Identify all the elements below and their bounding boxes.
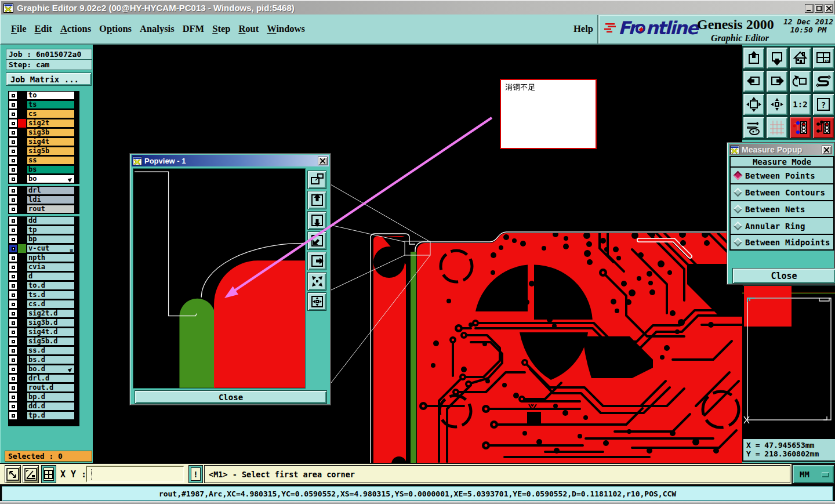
layer-color-swatch[interactable] [18, 147, 26, 155]
measure-option-between-midpoints[interactable]: Between Midpoints [729, 234, 834, 251]
layer-name[interactable]: drl [27, 186, 75, 195]
popview-canvas[interactable] [133, 168, 306, 389]
layer-color-swatch[interactable] [18, 137, 26, 146]
layer-checkbox-ss.d[interactable] [9, 347, 17, 354]
layer-color-swatch[interactable] [18, 393, 26, 401]
menu-options[interactable]: Options [95, 23, 136, 35]
resize-mode-button[interactable] [5, 465, 21, 483]
menu-dfm[interactable]: DFM [179, 23, 209, 35]
toolbar-button-clipboard-up[interactable] [743, 47, 765, 69]
toolbar-button-window-left[interactable] [743, 70, 765, 92]
layer-name[interactable]: bo [27, 175, 75, 183]
layer-checkbox-tp.d[interactable] [9, 412, 17, 419]
layer-color-swatch[interactable] [18, 383, 26, 392]
layer-checkbox-cs[interactable] [9, 110, 17, 118]
layer-name[interactable]: sig4t.d [27, 328, 75, 336]
layer-checkbox-rout[interactable] [9, 205, 17, 213]
layer-color-swatch[interactable] [18, 272, 26, 281]
layer-name[interactable]: to [27, 91, 75, 100]
menu-analysis[interactable]: Analysis [136, 23, 179, 35]
layer-color-swatch[interactable] [18, 263, 26, 271]
layer-checkbox-tp[interactable] [9, 226, 17, 234]
layer-checkbox-npth[interactable] [9, 254, 17, 262]
layer-color-swatch[interactable] [18, 205, 26, 213]
popview-close-bar[interactable]: Close [135, 390, 327, 404]
toolbar-button-query[interactable]: ? [812, 93, 834, 115]
layer-checkbox-bs.d[interactable] [9, 356, 17, 364]
layer-color-swatch[interactable] [18, 309, 26, 318]
layer-checkbox-bp[interactable] [9, 235, 17, 243]
layer-checkbox-ts.d[interactable] [9, 291, 17, 299]
layer-checkbox-sig2t[interactable] [9, 119, 17, 127]
layer-checkbox-to.d[interactable] [9, 282, 17, 289]
toolbar-button-net-vias-black[interactable] [812, 117, 834, 139]
layer-color-swatch[interactable] [18, 253, 26, 262]
layer-name[interactable]: sig5b.d [27, 337, 75, 346]
layer-checkbox-bs[interactable] [9, 166, 17, 173]
toolbar-button-net-vias-blue[interactable] [789, 117, 811, 139]
layer-color-swatch[interactable] [18, 291, 26, 299]
layer-checkbox-v-cut[interactable] [9, 245, 17, 252]
measure-option-between-nets[interactable]: Between Nets [729, 200, 834, 217]
layer-name[interactable]: ldi [27, 195, 75, 204]
layer-name[interactable]: tp.d [27, 411, 75, 420]
layer-name[interactable]: ts.d [27, 291, 75, 299]
grid-window-button[interactable] [41, 465, 56, 483]
toolbar-button-prev-view[interactable] [789, 70, 811, 92]
layer-name[interactable]: sig5b [27, 147, 75, 155]
layer-checkbox-bo.d[interactable] [9, 365, 17, 373]
layer-name[interactable]: bp.d [27, 393, 75, 401]
layer-color-swatch[interactable] [18, 226, 26, 234]
minimize-button[interactable] [805, 4, 814, 13]
layer-name[interactable]: cs.d [27, 300, 75, 309]
layer-checkbox-drl.d[interactable] [9, 375, 17, 382]
layer-checkbox-sig3b[interactable] [9, 129, 17, 136]
layer-name[interactable]: bs.d [27, 356, 75, 364]
popview-tool-zoom-window[interactable] [307, 171, 326, 189]
layer-color-swatch[interactable] [18, 128, 26, 137]
toolbar-button-window-down[interactable] [766, 47, 788, 69]
angle-measure-button[interactable] [23, 465, 39, 483]
layer-color-swatch[interactable] [18, 186, 26, 195]
layer-name[interactable]: d [27, 272, 75, 281]
popview-window[interactable]: Popview - 1 Close [129, 153, 331, 405]
layer-name[interactable]: sig2t.d [27, 309, 75, 318]
layer-color-swatch[interactable] [18, 91, 26, 100]
layer-name[interactable]: bs [27, 165, 75, 174]
main-canvas[interactable]: 消铜不足 Popview - 1 [93, 45, 835, 463]
layer-checkbox-bp.d[interactable] [9, 393, 17, 401]
layer-checkbox-drl[interactable] [9, 187, 17, 194]
toolbar-button-tools[interactable] [743, 117, 765, 139]
popview-tool-pan-up[interactable] [307, 191, 326, 209]
layer-color-swatch[interactable] [18, 318, 26, 327]
layer-checkbox-ts[interactable] [9, 101, 17, 108]
toolbar-button-zoom-extents[interactable] [743, 93, 765, 115]
layer-color-swatch[interactable] [18, 346, 26, 355]
layer-color-swatch[interactable] [18, 281, 26, 290]
layer-name[interactable]: cs [27, 110, 75, 118]
popview-tool-pan-right[interactable] [307, 252, 326, 270]
layer-color-swatch[interactable] [18, 411, 26, 420]
layer-name[interactable]: cvia [27, 263, 75, 271]
layer-color-swatch[interactable] [18, 175, 26, 183]
measure-close-button[interactable] [822, 146, 832, 154]
layer-checkbox-sig2t.d[interactable] [9, 310, 17, 317]
popview-titlebar[interactable]: Popview - 1 [132, 155, 329, 166]
layer-color-swatch[interactable] [18, 165, 26, 174]
layer-checkbox-sig3b.d[interactable] [9, 319, 17, 327]
units-dropdown[interactable]: MM [792, 464, 835, 484]
close-button[interactable] [825, 4, 833, 13]
layer-name[interactable]: bp [27, 235, 75, 244]
toolbar-button-home[interactable] [789, 47, 811, 69]
measure-popup-window[interactable]: Measure Popup Measure Mode Between Point… [727, 142, 835, 285]
layer-name[interactable]: ss.d [27, 346, 75, 355]
menu-step[interactable]: Step [208, 23, 234, 35]
layer-name[interactable]: sig3b.d [27, 318, 75, 327]
layer-checkbox-dd[interactable] [9, 217, 17, 224]
measure-titlebar[interactable]: Measure Popup [729, 144, 833, 155]
layer-name[interactable]: rout.d [27, 383, 75, 392]
layer-checkbox-d[interactable] [9, 273, 17, 280]
menu-rout[interactable]: Rout [234, 23, 263, 35]
alert-button[interactable]: ! [188, 465, 203, 483]
layer-color-swatch[interactable] [18, 100, 26, 109]
